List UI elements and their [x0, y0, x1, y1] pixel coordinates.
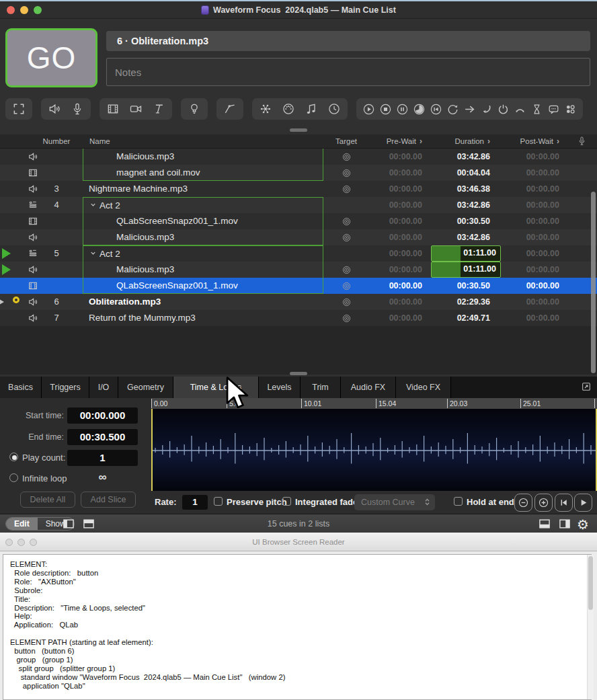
post-wait-value[interactable]: 00:00.00 — [502, 149, 559, 165]
rewind-circle-icon[interactable] — [430, 103, 442, 116]
target-arc-icon[interactable] — [514, 103, 526, 116]
hold-at-end-checkbox[interactable] — [454, 497, 463, 506]
post-wait-value[interactable]: 00:00.00 — [502, 310, 559, 326]
tab-i-o[interactable]: I/O — [89, 377, 118, 398]
sr-close-button[interactable] — [5, 539, 13, 546]
pre-wait-value[interactable]: 00:00.00 — [366, 245, 422, 262]
cue-row[interactable]: QLabScreenSnapz001_1.mov 00:00.00 00:30.… — [0, 278, 597, 294]
cue-name[interactable]: QLabScreenSnapz001_1.mov — [83, 278, 323, 294]
cue-row[interactable]: 3 Nightmare Machine.mp3 00:00.00 03:46.3… — [0, 181, 597, 197]
zoom-button[interactable] — [34, 6, 42, 14]
fullscreen-icon[interactable] — [12, 102, 26, 116]
cue-target-icon[interactable] — [329, 149, 363, 165]
cue-target-icon[interactable] — [329, 310, 363, 326]
disclosure-chevron-icon[interactable] — [89, 246, 97, 262]
pre-wait-value[interactable]: 00:00.00 — [366, 294, 422, 310]
end-time-field[interactable]: 00:30.500 — [67, 429, 138, 445]
cue-row[interactable]: Malicious.mp3 00:00.00 03:42.86 00:00.00 — [0, 149, 597, 165]
tab-basics[interactable]: Basics — [0, 377, 42, 398]
col-postwait[interactable]: Post-Wait› — [502, 134, 559, 149]
minimize-button[interactable] — [20, 6, 28, 14]
toggle-bottom-panel-icon[interactable] — [538, 517, 551, 533]
duration-value[interactable]: 00:30.50 — [432, 278, 490, 294]
film-icon[interactable] — [106, 102, 120, 116]
cue-name[interactable]: Act 2 — [83, 197, 323, 213]
popout-inspector-icon[interactable] — [581, 381, 592, 395]
postwait-expand-icon[interactable]: › — [557, 137, 559, 146]
duration-value[interactable]: 00:30.50 — [432, 213, 490, 229]
duration-value[interactable]: 02:49.71 — [432, 310, 490, 326]
cue-target-icon[interactable] — [329, 229, 363, 245]
post-wait-value[interactable]: 00:00.00 — [502, 278, 559, 294]
pre-wait-value[interactable]: 00:00.00 — [366, 310, 422, 326]
stop-circle-icon[interactable] — [379, 103, 392, 116]
cue-row[interactable]: Malicious.mp3 00:00.00 01:11.00 00:00.00 — [0, 262, 597, 278]
cue-target-icon[interactable] — [329, 181, 363, 197]
duration-value[interactable]: 00:04.04 — [432, 165, 490, 181]
reset-icon[interactable] — [446, 103, 459, 116]
cue-target-icon[interactable] — [329, 213, 363, 229]
camera-icon[interactable] — [129, 102, 143, 116]
disclosure-chevron-icon[interactable] — [89, 198, 97, 214]
tab-audio-fx[interactable]: Audio FX — [341, 377, 396, 398]
screen-reader-scrollbar[interactable] — [587, 555, 594, 699]
close-button[interactable] — [7, 6, 15, 14]
duration-expand-icon[interactable]: › — [487, 137, 490, 146]
curve-select[interactable]: Custom Curve — [354, 494, 435, 510]
tab-triggers[interactable]: Triggers — [42, 377, 89, 398]
cue-target-icon[interactable] — [329, 165, 363, 181]
tab-levels[interactable]: Levels — [259, 377, 301, 398]
cue-row[interactable]: 5 Act 2 00:00.00 01:11.00 00:00.00 — [0, 245, 597, 262]
cue-name[interactable]: Malicious.mp3 — [83, 149, 323, 165]
duration-value[interactable]: 03:42.86 — [432, 197, 490, 213]
network-icon[interactable] — [259, 102, 272, 116]
group-dots-icon[interactable] — [564, 103, 577, 116]
add-slice-button[interactable]: Add Slice — [81, 492, 136, 508]
zoom-in-button[interactable] — [534, 494, 553, 512]
cue-row[interactable]: Malicious.mp3 00:00.00 03:42.86 00:00.00 — [0, 229, 597, 245]
post-wait-value[interactable]: 00:00.00 — [502, 245, 559, 262]
cue-name[interactable]: Obliteration.mp3 — [83, 294, 323, 310]
power-icon[interactable] — [497, 103, 510, 116]
post-wait-value[interactable]: 00:00.00 — [502, 197, 559, 213]
col-duration[interactable]: Duration› — [432, 134, 490, 149]
arrow-right-icon[interactable] — [463, 103, 476, 116]
selected-cue-title[interactable]: 6 · Obliteration.mp3 — [106, 31, 590, 51]
go-button[interactable]: GO — [5, 28, 97, 87]
pre-wait-value[interactable]: 00:00.00 — [366, 149, 422, 165]
sr-zoom-button[interactable] — [30, 539, 37, 546]
start-time-field[interactable]: 00:00.000 — [67, 407, 138, 424]
splitter-handle-top[interactable] — [290, 128, 307, 132]
speaker-icon[interactable] — [48, 102, 61, 116]
settings-gear-icon[interactable]: ⚙ — [577, 515, 589, 534]
play-count-radio[interactable] — [9, 453, 18, 461]
cue-target-icon[interactable] — [329, 278, 363, 294]
text-icon[interactable] — [152, 102, 165, 116]
cue-target-icon[interactable] — [329, 294, 363, 310]
delete-all-button[interactable]: Delete All — [20, 492, 75, 508]
cue-name[interactable]: Nightmare Machine.mp3 — [83, 181, 323, 197]
preserve-pitch-checkbox[interactable] — [214, 497, 223, 506]
cue-row[interactable]: magnet and coil.mov 00:00.00 00:04.04 00… — [0, 165, 597, 181]
tab-video-fx[interactable]: Video FX — [396, 377, 451, 398]
cue-list-scrollbar[interactable] — [591, 192, 596, 373]
speech-icon[interactable] — [547, 103, 560, 116]
col-target[interactable]: Target — [329, 134, 363, 149]
play-count-field[interactable]: 1 — [67, 450, 138, 466]
cue-name[interactable]: Malicious.mp3 — [83, 262, 323, 278]
pre-wait-value[interactable]: 00:00.00 — [366, 213, 422, 229]
cue-row[interactable]: 7 Return of the Mummy.mp3 00:00.00 02:49… — [0, 310, 597, 326]
toggle-right-panel-icon[interactable] — [558, 517, 571, 533]
clock-icon[interactable] — [327, 102, 341, 116]
col-number[interactable]: Number — [42, 134, 71, 149]
duration-value[interactable]: 01:11.00 — [431, 262, 501, 278]
devamp-icon[interactable] — [480, 103, 493, 116]
cue-name[interactable]: Act 2 — [83, 245, 323, 262]
post-wait-value[interactable]: 00:00.00 — [502, 262, 559, 278]
midi-icon[interactable] — [282, 102, 295, 116]
pause-circle-icon[interactable] — [396, 103, 409, 116]
sr-minimize-button[interactable] — [17, 539, 25, 546]
bulb-icon[interactable] — [188, 102, 201, 116]
tab-geometry[interactable]: Geometry — [118, 377, 173, 398]
duration-value[interactable]: 03:42.86 — [432, 149, 490, 165]
